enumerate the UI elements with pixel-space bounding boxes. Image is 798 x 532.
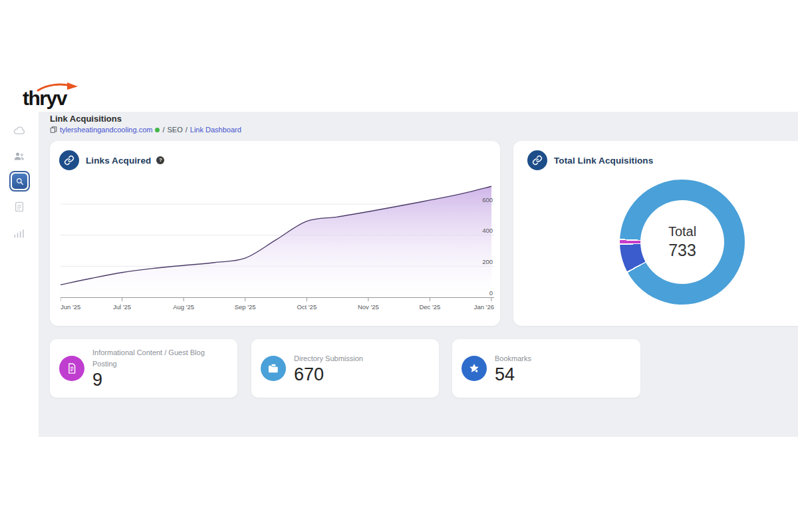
active-item-background bbox=[12, 174, 27, 189]
stat-card-bookmarks: Bookmarks 54 bbox=[452, 339, 640, 398]
report-icon bbox=[13, 200, 26, 213]
donut-center: Total 733 bbox=[640, 200, 724, 284]
stat-value: 670 bbox=[294, 365, 430, 384]
page-title: Link Acquisitions bbox=[50, 114, 122, 124]
thryv-logo[interactable]: thryv bbox=[23, 85, 66, 112]
donut-chart: Total 733 bbox=[620, 180, 745, 305]
y-tick-label: 600 bbox=[482, 196, 493, 203]
star-icon bbox=[462, 356, 487, 381]
status-dot bbox=[155, 128, 160, 132]
stat-card-informational-content: Informational Content / Guest Blog Posti… bbox=[50, 339, 237, 398]
y-tick-label: 200 bbox=[482, 258, 493, 265]
chain-link-icon bbox=[532, 155, 543, 166]
links-acquired-header: Links Acquired ? bbox=[50, 141, 500, 170]
x-tick-label: Dec '25 bbox=[419, 303, 440, 311]
stat-label: Bookmarks bbox=[495, 353, 631, 364]
x-tick-label: Sep '25 bbox=[235, 303, 256, 311]
breadcrumb-separator: / bbox=[162, 126, 164, 134]
total-link-acquisitions-card: Total Link Acquisitions Total 733 bbox=[513, 141, 798, 326]
card-title: Links Acquired bbox=[86, 156, 151, 166]
area-fill bbox=[61, 186, 491, 297]
sidebar-item-seo-active[interactable] bbox=[9, 171, 30, 192]
y-tick-label: 0 bbox=[489, 289, 493, 297]
copy-icon[interactable] bbox=[50, 126, 57, 134]
stat-value: 9 bbox=[92, 370, 228, 389]
search-icon bbox=[15, 177, 25, 186]
document-icon bbox=[59, 356, 84, 381]
sidebar-item-analytics[interactable] bbox=[11, 225, 27, 241]
info-icon[interactable]: ? bbox=[156, 156, 164, 164]
folder-icon bbox=[261, 356, 286, 381]
breadcrumb: tylersheatingandcooling.com / SEO / Link… bbox=[50, 125, 241, 134]
chain-link-icon bbox=[64, 155, 74, 166]
top-header: thryv Home Collaboration Presales bbox=[0, 85, 798, 112]
sidebar-item-reports[interactable] bbox=[11, 199, 27, 215]
stat-value: 54 bbox=[495, 365, 631, 384]
donut-center-value: 733 bbox=[668, 240, 696, 261]
x-tick-label: Oct '25 bbox=[297, 303, 317, 311]
sidebar-item-cloud[interactable] bbox=[11, 123, 27, 139]
breadcrumb-separator: / bbox=[186, 126, 188, 134]
breadcrumb-site-link[interactable]: tylersheatingandcooling.com bbox=[60, 126, 152, 134]
breadcrumb-current-link[interactable]: Link Dashboard bbox=[190, 126, 241, 134]
cloud-icon bbox=[13, 124, 26, 138]
stat-label: Directory Submission bbox=[294, 353, 430, 364]
links-acquired-card: Links Acquired ? Jun '25Jul '25Aug '25Se… bbox=[50, 141, 500, 326]
x-tick-label: Jun '25 bbox=[61, 303, 80, 311]
logo-swoosh-icon bbox=[37, 82, 80, 92]
x-tick-label: Aug '25 bbox=[173, 303, 194, 311]
screen: thryv Home Collaboration Presales bbox=[0, 0, 798, 532]
x-tick-label: Jan '26 bbox=[474, 303, 494, 311]
breadcrumb-section: SEO bbox=[167, 126, 182, 134]
card-title: Total Link Acquisitions bbox=[554, 156, 653, 166]
link-badge bbox=[527, 150, 547, 170]
left-sidebar bbox=[0, 112, 39, 437]
users-icon bbox=[13, 150, 26, 163]
y-tick-label: 400 bbox=[482, 227, 493, 234]
x-tick-label: Nov '25 bbox=[358, 303, 379, 311]
sidebar-item-collaboration[interactable] bbox=[11, 148, 27, 164]
bar-chart-icon bbox=[13, 226, 26, 239]
links-acquired-area-chart: Jun '25Jul '25Aug '25Sep '25Oct '25Nov '… bbox=[61, 176, 494, 313]
stat-card-directory-submission: Directory Submission 670 bbox=[251, 339, 439, 398]
total-acquisitions-header: Total Link Acquisitions bbox=[513, 141, 798, 170]
x-tick-label: Jul '25 bbox=[113, 303, 131, 311]
stat-label: Informational Content / Guest Blog Posti… bbox=[92, 347, 228, 370]
donut-center-label: Total bbox=[668, 223, 696, 240]
link-badge bbox=[59, 150, 79, 170]
